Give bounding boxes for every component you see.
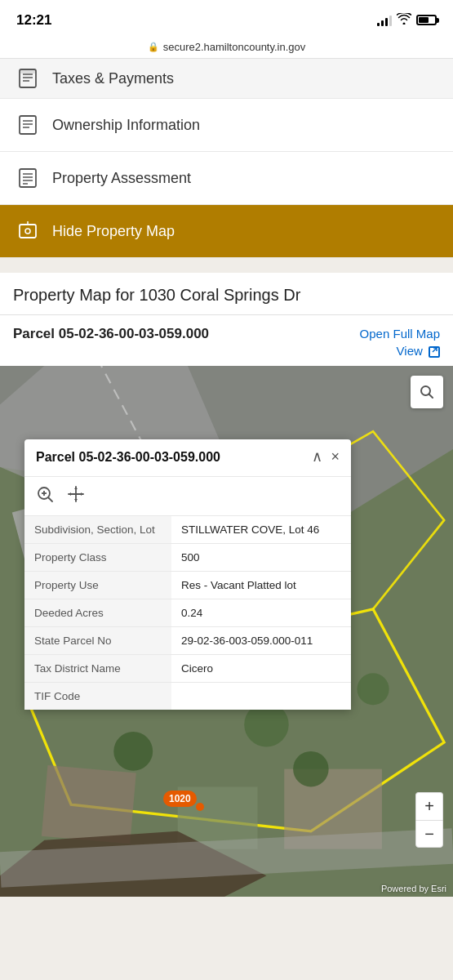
open-map-label[interactable]: Open Full Map [360, 325, 440, 342]
popup-header: Parcel 05-02-36-00-03-059.000 ∧ × [24, 439, 351, 477]
svg-line-37 [49, 497, 53, 501]
parcel-marker: 1020 [163, 791, 197, 807]
table-cell-label: TIF Code [24, 682, 171, 710]
ownership-icon [16, 114, 39, 136]
table-cell-value: Cicero [171, 654, 351, 682]
esri-credit: Powered by Esri [381, 884, 446, 893]
ownership-label: Ownership Information [52, 117, 200, 134]
map-header: Parcel 05-02-36-00-03-059.000 Open Full … [0, 315, 453, 366]
wifi-icon [397, 13, 411, 27]
address-bar: 🔒 secure2.hamiltoncounty.in.gov [0, 36, 453, 59]
map-section: Property Map for 1030 Coral Springs Dr P… [0, 273, 453, 897]
svg-marker-42 [74, 487, 78, 489]
nav-item-ownership[interactable]: Ownership Information [0, 99, 453, 152]
map-search-button[interactable] [411, 376, 443, 408]
svg-point-15 [25, 229, 30, 234]
table-row: TIF Code [24, 682, 351, 710]
table-cell-value: STILLWATER COVE, Lot 46 [171, 516, 351, 544]
svg-marker-43 [74, 499, 78, 501]
map-container[interactable]: Parcel 05-02-36-00-03-059.000 ∧ × [0, 366, 453, 897]
open-map-link[interactable]: Open Full Map View [360, 325, 440, 359]
svg-rect-24 [42, 765, 136, 844]
taxes-label: Taxes & Payments [52, 70, 174, 87]
hide-map-icon [16, 220, 39, 243]
table-cell-value [171, 682, 351, 710]
popup-table: Subdivision, Section, Lot STILLWATER COV… [24, 516, 351, 710]
pan-tool-button[interactable] [67, 485, 85, 507]
signal-icon [377, 15, 392, 26]
battery-icon [416, 15, 437, 25]
hide-map-label: Hide Property Map [52, 223, 175, 240]
svg-point-31 [357, 673, 389, 705]
nav-item-taxes[interactable]: Taxes & Payments [0, 59, 453, 99]
map-popup: Parcel 05-02-36-00-03-059.000 ∧ × [24, 439, 351, 710]
table-row: Tax District Name Cicero [24, 654, 351, 682]
parcel-dot [196, 803, 204, 811]
table-row: State Parcel No 29-02-36-003-059.000-011 [24, 626, 351, 654]
nav-item-hide-map[interactable]: Hide Property Map [0, 205, 453, 258]
table-cell-value: 0.24 [171, 599, 351, 626]
svg-marker-44 [69, 492, 71, 496]
table-cell-value: Res - Vacant Platted lot [171, 571, 351, 599]
svg-point-32 [113, 732, 153, 771]
map-title: Property Map for 1030 Coral Springs Dr [0, 273, 453, 315]
table-row: Property Class 500 [24, 543, 351, 571]
table-cell-value: 500 [171, 543, 351, 571]
table-cell-label: State Parcel No [24, 626, 171, 654]
zoom-in-button[interactable]: + [415, 792, 443, 820]
nav-item-assessment[interactable]: Property Assessment [0, 152, 453, 205]
section-gap [0, 258, 453, 273]
assessment-icon [16, 167, 39, 189]
svg-line-35 [429, 394, 433, 399]
svg-rect-14 [20, 225, 36, 238]
table-row: Subdivision, Section, Lot STILLWATER COV… [24, 516, 351, 544]
parcel-id: Parcel 05-02-36-00-03-059.000 [13, 325, 209, 343]
table-cell-label: Deeded Acres [24, 599, 171, 626]
svg-marker-45 [81, 492, 83, 496]
popup-collapse-button[interactable]: ∧ [312, 449, 322, 464]
zoom-out-button[interactable]: − [415, 820, 443, 848]
view-label: View [397, 344, 423, 358]
lock-icon: 🔒 [148, 42, 159, 52]
svg-rect-5 [20, 116, 36, 134]
zoom-tool-button[interactable] [36, 485, 54, 507]
table-cell-label: Subdivision, Section, Lot [24, 516, 171, 544]
popup-controls: ∧ × [312, 449, 340, 464]
status-bar: 12:21 [0, 0, 453, 36]
status-time: 12:21 [16, 12, 51, 29]
table-row: Deeded Acres 0.24 [24, 599, 351, 626]
table-row: Property Use Res - Vacant Platted lot [24, 571, 351, 599]
popup-close-button[interactable]: × [331, 449, 340, 464]
popup-tools [24, 477, 351, 516]
address-text: secure2.hamiltoncounty.in.gov [163, 41, 306, 53]
assessment-label: Property Assessment [52, 170, 191, 187]
status-icons [377, 13, 437, 27]
popup-parcel-title: Parcel 05-02-36-00-03-059.000 [36, 449, 220, 466]
map-zoom-controls: + − [415, 792, 443, 848]
table-cell-value: 29-02-36-003-059.000-011 [171, 626, 351, 654]
taxes-icon [16, 67, 39, 90]
svg-rect-4 [20, 69, 36, 74]
table-cell-label: Tax District Name [24, 654, 171, 682]
table-cell-label: Property Use [24, 571, 171, 599]
table-cell-label: Property Class [24, 543, 171, 571]
svg-point-30 [293, 751, 329, 787]
nav-menu: Taxes & Payments Ownership Information P… [0, 59, 453, 258]
external-link-icon [429, 346, 440, 358]
